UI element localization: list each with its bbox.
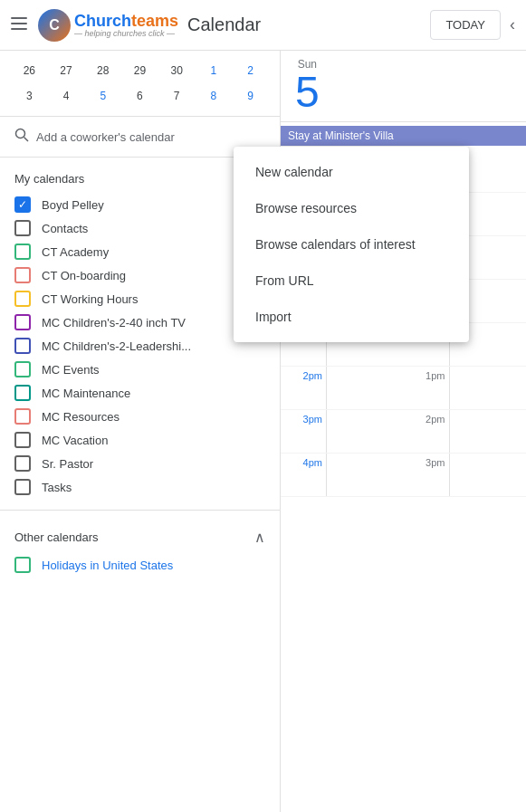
mini-cal-cell[interactable]: 5 [89, 83, 118, 109]
svg-line-4 [24, 138, 29, 142]
calendar-checkbox[interactable] [14, 455, 31, 472]
calendar-label: Tasks [42, 481, 72, 494]
calendar-label: CT Working Hours [42, 292, 138, 306]
my-calendar-item[interactable]: MC Maintenance [0, 381, 280, 405]
mini-cal-cell[interactable]: 7 [162, 83, 191, 109]
mini-cal-cell[interactable]: 4 [52, 83, 81, 109]
calendar-checkbox[interactable] [14, 267, 31, 283]
my-calendar-item[interactable]: Sr. Pastor [0, 452, 280, 475]
calendar-dropdown-menu: New calendarBrowse resourcesBrowse calen… [234, 147, 469, 342]
calendar-checkbox[interactable] [14, 291, 31, 307]
mini-cal-cell[interactable]: 2 [236, 58, 265, 83]
calendar-checkbox[interactable] [14, 408, 31, 425]
logo: C Churchteams — helping churches click —… [38, 9, 430, 42]
calendar-checkbox[interactable] [14, 432, 31, 448]
calendar-checkbox[interactable] [14, 220, 31, 236]
svg-rect-2 [11, 28, 27, 30]
calendar-label: CT Academy [42, 245, 109, 259]
day-header: Sun 5 [281, 51, 526, 122]
calendar-checkbox[interactable] [14, 314, 31, 330]
calendar-label: MC Vacation [42, 434, 108, 447]
dropdown-menu-item[interactable]: Browse resources [234, 190, 469, 226]
time-row: 3pm2pm [281, 410, 526, 454]
calendar-label: Sr. Pastor [42, 457, 93, 471]
mini-cal-cell[interactable]: 26 [14, 58, 43, 83]
calendar-label: MC Children's-2-Leadershi... [42, 339, 191, 353]
mini-cal-cell[interactable]: 30 [162, 58, 191, 83]
nav-back-icon[interactable]: ‹ [510, 15, 515, 34]
time-slot-right[interactable] [449, 410, 527, 453]
time-slot[interactable] [326, 454, 404, 496]
calendar-label: MC Maintenance [42, 387, 130, 400]
logo-tagline: — helping churches click — [74, 29, 178, 38]
other-calendars-header[interactable]: Other calendars ∧ [0, 521, 280, 553]
my-calendar-item[interactable]: MC Events [0, 358, 280, 381]
calendar-checkbox[interactable] [14, 479, 31, 495]
my-calendar-item[interactable]: MC Vacation [0, 428, 280, 452]
mini-cal-cell[interactable]: 6 [125, 83, 154, 109]
dropdown-menu-item[interactable]: New calendar [234, 154, 469, 190]
search-icon [14, 128, 29, 146]
other-calendars-title: Other calendars [14, 530, 99, 544]
mini-cal-cell[interactable]: 8 [199, 83, 228, 109]
dropdown-menu-item[interactable]: Browse calendars of interest [234, 226, 469, 263]
time-label-right: 1pm [404, 367, 449, 409]
mini-cal-cell[interactable]: 3 [14, 83, 43, 109]
calendar-label: Boyd Pelley [42, 198, 104, 212]
divider [0, 510, 280, 511]
calendar-label: Holidays in United States [42, 559, 173, 572]
mini-cal-row: 262728293012 [11, 58, 269, 83]
other-calendar-item[interactable]: Holidays in United States [0, 553, 280, 577]
mini-cal-row: 3456789 [11, 83, 269, 109]
mini-cal-cell[interactable]: 28 [89, 58, 118, 83]
today-button[interactable]: TODAY [430, 10, 501, 40]
time-slot[interactable] [326, 410, 404, 453]
calendar-checkbox[interactable] [14, 338, 31, 354]
time-label-right: 3pm [404, 454, 449, 496]
add-coworker-label: Add a coworker's calendar [36, 130, 175, 144]
calendar-label: MC Events [42, 363, 100, 377]
dropdown-menu-item[interactable]: From URL [234, 263, 469, 299]
mini-cal-cell[interactable]: 27 [52, 58, 81, 83]
logo-circle: C [38, 9, 71, 42]
time-slot-right[interactable] [449, 454, 527, 496]
time-slot[interactable] [326, 367, 404, 409]
other-calendars-section: Other calendars ∧ Holidays in United Sta… [0, 514, 280, 584]
other-calendars-chevron[interactable]: ∧ [254, 529, 265, 546]
svg-rect-0 [11, 17, 27, 19]
calendar-checkbox[interactable] [14, 361, 31, 377]
my-calendars-title: My calendars [14, 172, 84, 186]
my-calendar-item[interactable]: MC Resources [0, 405, 280, 428]
day-info: Sun 5 [295, 58, 320, 114]
mini-calendar-grid: 2627282930123456789 [11, 58, 269, 109]
header: C Churchteams — helping churches click —… [0, 0, 526, 51]
time-label-left: 3pm [281, 410, 326, 453]
time-slot-right[interactable] [449, 367, 527, 409]
svg-rect-1 [11, 23, 27, 24]
calendar-label: Contacts [42, 222, 88, 235]
time-label-left: 2pm [281, 367, 326, 409]
logo-text: Churchteams — helping churches click — [74, 13, 178, 38]
time-label-left: 4pm [281, 454, 326, 496]
calendar-checkbox[interactable] [14, 244, 31, 260]
calendar-checkbox[interactable] [14, 557, 31, 573]
time-row: 4pm3pm [281, 454, 526, 497]
calendar-label: MC Children's-2-40 inch TV [42, 316, 186, 330]
day-number: 5 [295, 71, 320, 114]
calendar-title: Calendar [187, 14, 261, 35]
mini-calendar: 2627282930123456789 [0, 51, 280, 117]
logo-name: Churchteams [74, 13, 178, 29]
calendar-label: CT On-boarding [42, 269, 126, 282]
mini-cal-cell[interactable]: 29 [125, 58, 154, 83]
other-calendars-list: Holidays in United States [0, 553, 280, 577]
mini-cal-cell[interactable]: 1 [199, 58, 228, 83]
event-banner[interactable]: Stay at Minister's Villa [281, 126, 526, 146]
time-row: 2pm1pm [281, 367, 526, 410]
svg-point-3 [16, 129, 25, 139]
calendar-checkbox[interactable] [14, 196, 31, 213]
calendar-checkbox[interactable] [14, 385, 31, 401]
mini-cal-cell[interactable]: 9 [236, 83, 265, 109]
menu-icon[interactable] [11, 15, 27, 34]
my-calendar-item[interactable]: Tasks [0, 475, 280, 499]
dropdown-menu-item[interactable]: Import [234, 299, 469, 335]
